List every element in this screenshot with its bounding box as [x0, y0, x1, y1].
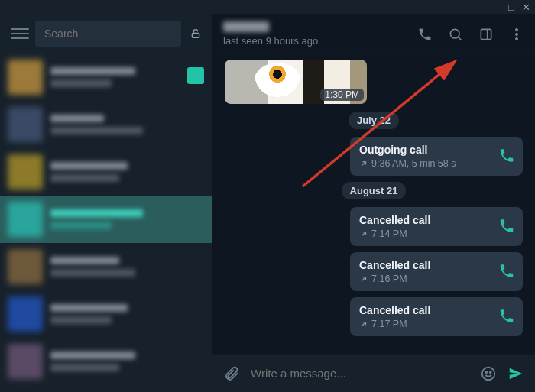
call-title: Outgoing call [359, 144, 488, 156]
outgoing-arrow-icon [359, 274, 368, 283]
call-title: Cancelled call [359, 259, 488, 271]
avatar [8, 344, 43, 379]
avatar [8, 60, 43, 95]
chat-list-item[interactable] [0, 148, 212, 196]
avatar [8, 202, 43, 237]
side-panel-button[interactable] [478, 27, 494, 42]
svg-point-6 [490, 371, 491, 373]
avatar [8, 249, 43, 284]
send-button[interactable] [507, 365, 524, 382]
svg-rect-0 [192, 33, 199, 37]
menu-button[interactable] [11, 24, 29, 43]
svg-rect-2 [481, 29, 491, 39]
search-input[interactable] [44, 28, 172, 40]
message-time: 1:30 PM [320, 89, 364, 101]
call-message[interactable]: Outgoing call 9:36 AM, 5 min 58 s [350, 137, 523, 176]
call-button[interactable] [417, 27, 433, 42]
call-meta: 7:17 PM [371, 319, 407, 329]
phone-icon[interactable] [498, 147, 515, 166]
chat-list-item-active[interactable] [0, 196, 212, 243]
call-meta: 7:16 PM [371, 274, 407, 284]
chat-list-item[interactable] [0, 243, 212, 290]
more-menu-button[interactable] [509, 27, 524, 42]
chat-pane: last seen 9 hours ago 1:30 PM [212, 14, 535, 392]
avatar [8, 107, 43, 142]
svg-point-5 [485, 371, 487, 373]
search-in-chat-button[interactable] [448, 27, 463, 42]
message-composer [212, 354, 535, 392]
chat-list-item[interactable] [0, 101, 212, 148]
date-separator: July 22 [349, 112, 399, 129]
avatar [8, 296, 43, 332]
phone-icon[interactable] [498, 217, 515, 236]
lock-icon[interactable] [187, 28, 204, 40]
call-message[interactable]: Cancelled call 7:17 PM [350, 297, 523, 336]
window-close-button[interactable]: ✕ [522, 2, 530, 12]
media-message[interactable]: 1:30 PM [225, 60, 367, 104]
message-input[interactable] [251, 367, 469, 380]
call-title: Cancelled call [359, 214, 488, 226]
chat-list-item[interactable] [0, 290, 212, 338]
call-title: Cancelled call [359, 304, 488, 316]
phone-icon[interactable] [498, 307, 515, 326]
emoji-button[interactable] [480, 365, 497, 382]
search-box[interactable] [35, 21, 181, 47]
contact-name[interactable] [223, 21, 269, 32]
unread-badge [187, 67, 204, 84]
call-message[interactable]: Cancelled call 7:14 PM [350, 207, 523, 246]
attach-button[interactable] [223, 365, 240, 382]
phone-icon[interactable] [498, 262, 515, 281]
chat-list-item[interactable] [0, 53, 212, 101]
chat-list-item[interactable] [0, 338, 212, 385]
date-separator: August 21 [342, 182, 407, 199]
window-maximize-button[interactable]: □ [508, 2, 514, 12]
messages-area[interactable]: 1:30 PM July 22 Outgoing call 9:36 AM, 5… [212, 55, 535, 354]
svg-point-1 [450, 29, 459, 38]
outgoing-arrow-icon [359, 319, 368, 329]
outgoing-arrow-icon [359, 159, 368, 168]
svg-point-4 [482, 367, 495, 380]
chat-header: last seen 9 hours ago [212, 14, 535, 55]
last-seen-label: last seen 9 hours ago [223, 35, 318, 47]
sidebar [0, 14, 212, 392]
outgoing-arrow-icon [359, 229, 368, 238]
window-minimize-button[interactable]: – [495, 2, 501, 12]
call-meta: 7:14 PM [371, 228, 407, 239]
chat-list[interactable] [0, 53, 212, 392]
avatar [8, 154, 43, 190]
call-message[interactable]: Cancelled call 7:16 PM [350, 252, 523, 291]
call-meta: 9:36 AM, 5 min 58 s [371, 158, 456, 169]
